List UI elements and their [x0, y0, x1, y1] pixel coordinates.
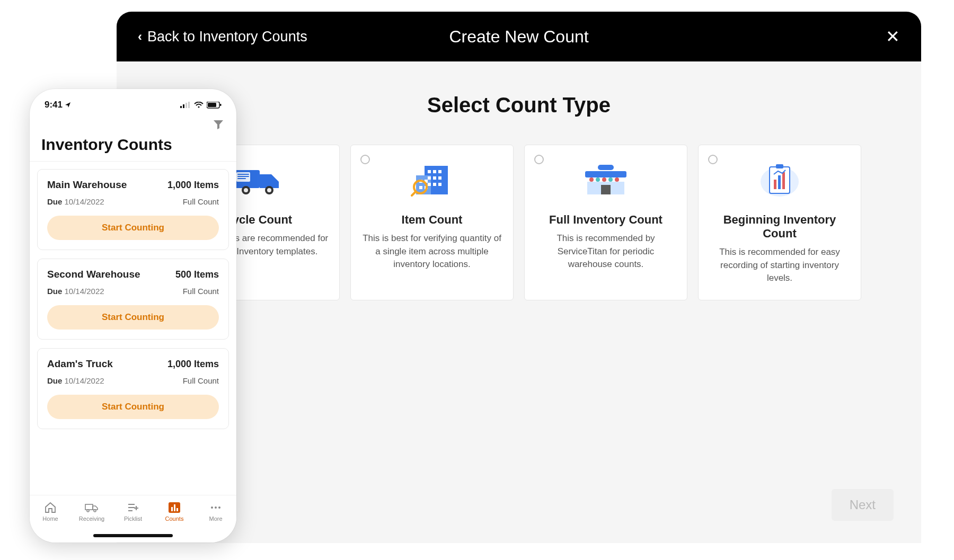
inventory-type: Full Count — [183, 197, 219, 206]
page-title: Inventory Counts — [30, 131, 236, 162]
svg-rect-40 — [183, 104, 184, 108]
card-title: Full Inventory Count — [535, 213, 676, 227]
inventory-card: Main Warehouse 1,000 Items Due 10/14/202… — [37, 169, 229, 250]
svg-rect-47 — [85, 504, 93, 510]
svg-rect-10 — [438, 170, 441, 173]
tab-label: More — [209, 515, 222, 522]
start-counting-button[interactable]: Start Counting — [47, 395, 219, 419]
count-type-cards: Cycle Count Cycle counts are recommended… — [142, 145, 896, 300]
tab-picklist[interactable]: Picklist — [114, 502, 152, 522]
svg-rect-46 — [220, 104, 222, 106]
start-counting-button[interactable]: Start Counting — [47, 305, 219, 330]
svg-point-48 — [87, 510, 89, 512]
home-icon — [43, 502, 57, 513]
inventory-name: Main Warehouse — [47, 179, 127, 191]
phone-mockup: 9:41 — [30, 89, 236, 543]
svg-rect-35 — [776, 164, 783, 168]
svg-rect-19 — [419, 186, 422, 189]
svg-point-43 — [198, 106, 200, 108]
tab-home[interactable]: Home — [32, 502, 69, 522]
list-plus-icon — [126, 502, 140, 513]
svg-point-5 — [267, 188, 271, 192]
tab-receiving[interactable]: Receiving — [73, 502, 110, 522]
svg-line-22 — [412, 192, 416, 195]
svg-point-57 — [218, 506, 220, 509]
status-bar: 9:41 — [30, 89, 236, 113]
inventory-due: Due 10/14/2022 — [47, 287, 104, 296]
more-dots-icon — [209, 502, 223, 513]
storefront-icon — [535, 159, 676, 201]
inventory-name: Adam's Truck — [47, 358, 113, 370]
card-desc: This is best for verifying quantity of a… — [361, 232, 502, 271]
card-title: Item Count — [361, 213, 502, 227]
truck-small-icon — [85, 502, 99, 513]
svg-rect-9 — [433, 170, 436, 173]
status-time: 9:41 — [45, 100, 63, 110]
svg-rect-8 — [428, 170, 431, 173]
tab-more[interactable]: More — [197, 502, 234, 522]
svg-rect-13 — [438, 176, 441, 180]
card-item-count[interactable]: Item Count This is best for verifying qu… — [350, 145, 514, 300]
cellular-signal-icon — [180, 102, 191, 108]
inventory-type: Full Count — [183, 376, 219, 385]
back-button[interactable]: ‹ Back to Inventory Counts — [138, 29, 307, 45]
card-beginning-inventory-count[interactable]: Beginning Inventory Count This is recomm… — [698, 145, 861, 300]
home-indicator — [93, 534, 173, 537]
tab-label: Picklist — [124, 515, 142, 522]
next-button[interactable]: Next — [832, 489, 894, 521]
card-desc: This is recommended by ServiceTitan for … — [535, 232, 676, 271]
svg-point-27 — [589, 177, 594, 182]
inventory-item-count: 500 Items — [175, 269, 219, 280]
modal-body: Select Count Type — [117, 61, 921, 300]
inventory-name: Second Warehouse — [47, 269, 140, 280]
svg-point-3 — [244, 188, 248, 192]
inventory-card: Second Warehouse 500 Items Due 10/14/202… — [37, 259, 229, 340]
modal-header: ‹ Back to Inventory Counts Create New Co… — [117, 12, 921, 61]
radio-beginning-inventory-count[interactable] — [708, 155, 718, 164]
building-search-icon — [361, 159, 502, 201]
svg-rect-42 — [188, 102, 190, 108]
svg-rect-41 — [186, 103, 187, 108]
back-label: Back to Inventory Counts — [147, 29, 307, 45]
inventory-item-count: 1,000 Items — [167, 180, 219, 191]
svg-rect-12 — [433, 176, 436, 180]
chevron-left-icon: ‹ — [138, 29, 142, 44]
inventory-list: Main Warehouse 1,000 Items Due 10/14/202… — [30, 162, 236, 429]
wifi-icon — [194, 102, 204, 108]
inventory-card: Adam's Truck 1,000 Items Due 10/14/2022 … — [37, 348, 229, 429]
filter-icon[interactable] — [213, 120, 224, 129]
section-title: Select Count Type — [142, 93, 896, 117]
svg-point-56 — [215, 506, 217, 509]
tab-counts[interactable]: Counts — [156, 502, 193, 522]
svg-rect-11 — [428, 176, 431, 180]
tab-label: Counts — [165, 515, 184, 522]
svg-rect-24 — [585, 171, 626, 177]
phone-topbar — [30, 113, 236, 131]
svg-point-29 — [602, 177, 606, 182]
radio-full-inventory-count[interactable] — [534, 155, 544, 164]
tab-label: Receiving — [79, 515, 104, 522]
location-icon — [65, 102, 71, 108]
card-desc: This is recommended for easy recording o… — [709, 246, 850, 285]
bar-chart-icon — [167, 502, 181, 513]
modal-title: Create New Count — [449, 27, 588, 47]
clipboard-chart-icon — [709, 159, 850, 201]
close-icon[interactable]: ✕ — [886, 26, 900, 47]
card-full-inventory-count[interactable]: Full Inventory Count This is recommended… — [524, 145, 687, 300]
svg-point-31 — [615, 177, 619, 182]
start-counting-button[interactable]: Start Counting — [47, 216, 219, 240]
svg-rect-38 — [782, 172, 785, 189]
svg-rect-32 — [601, 185, 611, 194]
tab-bar: Home Receiving Picklist — [30, 495, 236, 543]
svg-rect-39 — [180, 106, 182, 108]
svg-point-30 — [608, 177, 613, 182]
svg-point-28 — [596, 177, 600, 182]
inventory-type: Full Count — [183, 287, 219, 296]
radio-item-count[interactable] — [360, 155, 370, 164]
svg-rect-14 — [428, 183, 431, 186]
svg-point-55 — [211, 506, 213, 509]
card-title: Beginning Inventory Count — [709, 213, 850, 241]
svg-rect-45 — [208, 103, 216, 107]
svg-rect-36 — [774, 180, 776, 189]
tab-label: Home — [42, 515, 58, 522]
